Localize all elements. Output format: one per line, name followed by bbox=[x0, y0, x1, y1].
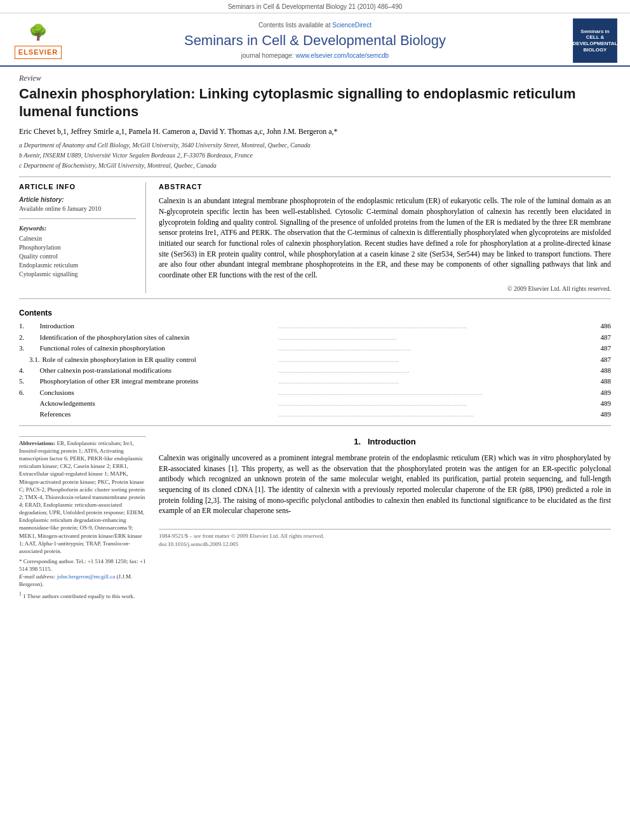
contents-item-6: 6. Conclusions .........................… bbox=[19, 387, 611, 398]
content-area: Review Calnexin phosphorylation: Linking… bbox=[0, 67, 630, 609]
article-info-header: ARTICLE INFO bbox=[19, 182, 136, 192]
keywords-label: Keywords: bbox=[19, 224, 136, 233]
elsevier-tree-icon: 🌳 bbox=[29, 22, 48, 44]
item-num: 1. bbox=[19, 321, 40, 331]
keyword-5: Cytoplasmic signalling bbox=[19, 270, 136, 279]
item-num: 4. bbox=[19, 365, 40, 376]
article-type-label: Review bbox=[19, 73, 611, 84]
abstract-column: ABSTRACT Calnexin is an abundant integra… bbox=[159, 182, 611, 293]
item-title: Introduction bbox=[40, 321, 279, 331]
journal-citation: Seminars in Cell & Developmental Biology… bbox=[228, 3, 403, 10]
item-num: 3. bbox=[19, 343, 40, 354]
item-page: 487 bbox=[586, 354, 611, 365]
contents-item-references: References .............................… bbox=[19, 409, 611, 420]
keyword-1: Calnexin bbox=[19, 234, 136, 243]
item-page: 489 bbox=[586, 409, 611, 420]
abstract-text: Calnexin is an abundant integral membran… bbox=[159, 196, 611, 280]
contents-header: Contents bbox=[19, 308, 611, 319]
item-title: Phosphorylation of other ER integral mem… bbox=[40, 376, 279, 387]
contents-item-3: 3. Functional roles of calnexin phosphor… bbox=[19, 343, 611, 354]
article-history-section: Article history: Available online 6 Janu… bbox=[19, 196, 136, 213]
contents-item-2: 2. Identification of the phosphorylation… bbox=[19, 332, 611, 343]
affiliation-a: a Department of Anatomy and Cell Biology… bbox=[19, 141, 611, 150]
logo-title-line3: DEVELOPMENTAL bbox=[573, 41, 618, 47]
item-num bbox=[19, 398, 40, 409]
journal-title-center: Contents lists available at ScienceDirec… bbox=[64, 21, 566, 61]
logo-title-line1: Seminars in bbox=[580, 29, 609, 35]
item-page: 487 bbox=[586, 343, 611, 354]
item-num: 3.1. bbox=[19, 354, 40, 365]
article-info-abstract-row: ARTICLE INFO Article history: Available … bbox=[19, 182, 611, 293]
intro-section: Abbreviations: ER, Endoplasmic reticulum… bbox=[19, 436, 611, 603]
elsevier-logo-block: 🌳 ELSEVIER bbox=[13, 22, 64, 60]
journal-homepage: journal homepage: www.elsevier.com/locat… bbox=[64, 51, 566, 60]
article-info-column: ARTICLE INFO Article history: Available … bbox=[19, 182, 146, 293]
journal-cover-logo: Seminars in CELL & DEVELOPMENTAL BIOLOGY bbox=[573, 18, 617, 63]
item-dots: ........................................… bbox=[278, 321, 586, 331]
corresponding-author-info: * Corresponding author. Tel.: +1 514 398… bbox=[19, 557, 146, 589]
item-num: 2. bbox=[19, 332, 40, 343]
equal-contribution-note: 1 1 These authors contributed equally to… bbox=[19, 591, 146, 600]
bottom-line2: doi:10.1016/j.semcdb.2009.12.005 bbox=[159, 540, 611, 549]
journal-header: 🌳 ELSEVIER Contents lists available at S… bbox=[0, 13, 630, 67]
intro-section-number: 1. bbox=[354, 437, 361, 446]
item-page: 489 bbox=[586, 398, 611, 409]
contents-item-1: 1. Introduction ........................… bbox=[19, 321, 611, 331]
keyword-2: Phosphorylation bbox=[19, 243, 136, 252]
item-dots: ........................................… bbox=[278, 343, 586, 354]
item-dots: ........................................… bbox=[278, 365, 586, 376]
article-title: Calnexin phosphorylation: Linking cytopl… bbox=[19, 85, 611, 121]
sciencedirect-info: Contents lists available at ScienceDirec… bbox=[64, 21, 566, 30]
journal-homepage-link[interactable]: www.elsevier.com/locate/semcdb bbox=[295, 52, 389, 59]
affiliations-block: a Department of Anatomy and Cell Biology… bbox=[19, 141, 611, 170]
intro-section-label: Introduction bbox=[368, 437, 416, 446]
abstract-header: ABSTRACT bbox=[159, 182, 611, 192]
contents-item-4: 4. Other calnexin post-translational mod… bbox=[19, 365, 611, 376]
affiliation-c: c Department of Biochemistry, McGill Uni… bbox=[19, 161, 611, 170]
history-value: Available online 6 January 2010 bbox=[19, 204, 136, 213]
contents-table: 1. Introduction ........................… bbox=[19, 321, 611, 420]
top-bar: Seminars in Cell & Developmental Biology… bbox=[0, 0, 630, 13]
divider-after-abstract bbox=[19, 298, 611, 299]
sciencedirect-link[interactable]: ScienceDirect bbox=[332, 22, 372, 29]
divider-after-affiliations bbox=[19, 177, 611, 177]
item-dots: ........................................… bbox=[278, 376, 586, 387]
contents-section: Contents 1. Introduction ...............… bbox=[19, 308, 611, 420]
item-page: 489 bbox=[586, 387, 611, 398]
item-title: Identification of the phosphorylation si… bbox=[40, 332, 279, 343]
affiliation-b: b Avenir, INSERM U889, Université Victor… bbox=[19, 151, 611, 160]
item-dots: ........................................… bbox=[278, 354, 586, 365]
email-label: E-mail address: bbox=[19, 573, 55, 580]
abbreviations-block: Abbreviations: ER, Endoplasmic reticulum… bbox=[19, 439, 146, 555]
intro-section-title: 1. Introduction bbox=[159, 436, 611, 448]
journal-main-title: Seminars in Cell & Developmental Biology bbox=[64, 31, 566, 51]
authors-text: Eric Chevet b,1, Jeffrey Smirle a,1, Pam… bbox=[19, 127, 338, 136]
bottom-info: 1084-9521/$ – see front matter © 2009 El… bbox=[159, 529, 611, 548]
item-page: 486 bbox=[586, 321, 611, 331]
item-num: 5. bbox=[19, 376, 40, 387]
history-label: Article history: bbox=[19, 196, 136, 204]
email-link[interactable]: john.bergeron@mcgill.ca bbox=[57, 573, 116, 580]
keyword-3: Quality control bbox=[19, 252, 136, 261]
item-title: Other calnexin post-translational modifi… bbox=[40, 365, 279, 376]
item-page: 487 bbox=[586, 332, 611, 343]
keyword-4: Endoplasmic reticulum bbox=[19, 261, 136, 270]
logo-title-line4: BIOLOGY bbox=[584, 47, 607, 53]
equal-contribution-text: 1 These authors contributed equally to t… bbox=[23, 593, 135, 599]
item-dots: ........................................… bbox=[278, 387, 586, 398]
introduction-column: 1. Introduction Calnexin was originally … bbox=[159, 436, 611, 603]
item-title: Acknowledgements bbox=[40, 398, 279, 409]
authors-line: Eric Chevet b,1, Jeffrey Smirle a,1, Pam… bbox=[19, 126, 611, 137]
contents-item-acknowledgements: Acknowledgements .......................… bbox=[19, 398, 611, 409]
item-page: 488 bbox=[586, 365, 611, 376]
elsevier-wordmark: ELSEVIER bbox=[15, 46, 62, 59]
bottom-line1: 1084-9521/$ – see front matter © 2009 El… bbox=[159, 532, 611, 540]
divider-keywords bbox=[19, 218, 136, 219]
abbrev-label: Abbreviations: bbox=[19, 440, 55, 446]
item-dots: ........................................… bbox=[278, 409, 586, 420]
item-title: References bbox=[40, 409, 279, 420]
item-num: 6. bbox=[19, 387, 40, 398]
item-title: Functional roles of calnexin phosphoryla… bbox=[40, 343, 279, 354]
item-dots: ........................................… bbox=[278, 332, 586, 343]
item-title: Role of calnexin phosphorylation in ER q… bbox=[40, 354, 279, 365]
